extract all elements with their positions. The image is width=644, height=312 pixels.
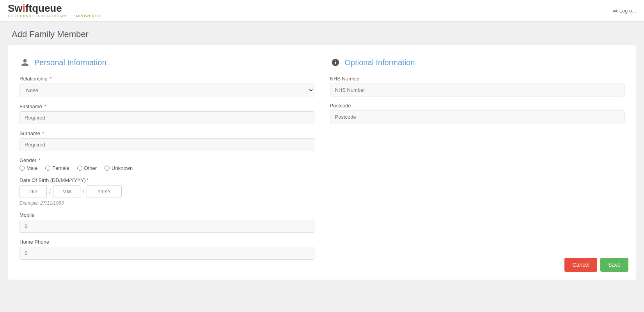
firstname-input[interactable]	[20, 111, 314, 124]
nhs-group: NHS Number	[330, 76, 625, 96]
home-phone-group: Home Phone	[20, 239, 314, 260]
logout-link[interactable]: ⇒ Log o...	[613, 7, 636, 14]
home-phone-label: Home Phone	[20, 239, 314, 245]
dob-sep-1: /	[48, 189, 51, 195]
home-phone-input[interactable]	[20, 247, 314, 260]
surname-group: Surname *	[20, 130, 314, 151]
mobile-group: Mobile	[20, 212, 314, 233]
postcode-group: Postcode	[330, 103, 625, 123]
gender-other-radio[interactable]	[77, 166, 82, 171]
dob-yyyy-input[interactable]	[87, 185, 122, 198]
app-header: Swiftqueue CO-ORDINATED HEALTHCARE... EM…	[0, 0, 644, 21]
mobile-label: Mobile	[20, 212, 314, 218]
gender-female-text: Female	[52, 165, 69, 171]
dob-example: Example: 27/11/1963	[20, 200, 314, 206]
logo-ft: ft	[25, 2, 32, 14]
gender-male-radio[interactable]	[20, 166, 25, 171]
person-icon	[20, 57, 30, 68]
nhs-input[interactable]	[330, 84, 625, 96]
main-content: Personal Information Relationship * None…	[8, 45, 636, 280]
personal-info-header: Personal Information	[20, 57, 314, 68]
dob-required: *	[87, 177, 89, 183]
page-title-area: Add Family Member	[0, 21, 644, 45]
gender-group: Gender * Male Female Other	[20, 157, 314, 171]
dob-group: Date Of Birth (DD/MM/YYYY)* / / Example:…	[20, 177, 314, 206]
save-button[interactable]: Save	[600, 258, 628, 272]
surname-required: *	[41, 130, 44, 136]
logo-tagline: CO-ORDINATED HEALTHCARE... EMPOWERED	[8, 14, 100, 18]
surname-input[interactable]	[20, 138, 314, 151]
logout-icon: ⇒	[613, 7, 618, 14]
relationship-label: Relationship *	[20, 76, 314, 82]
logo-queue: queue	[32, 2, 62, 14]
cancel-button[interactable]: Cancel	[564, 258, 597, 272]
form-columns: Personal Information Relationship * None…	[20, 57, 624, 266]
optional-info-section: Optional Information NHS Number Postcode	[330, 57, 625, 266]
logo-sw: Sw	[8, 2, 23, 14]
firstname-group: Firstname *	[20, 103, 314, 124]
dob-label: Date Of Birth (DD/MM/YYYY)*	[20, 177, 314, 183]
gender-radio-group: Male Female Other Unknown	[20, 165, 314, 171]
gender-other-text: Other	[84, 165, 97, 171]
dob-sep-2: /	[82, 189, 85, 195]
gender-unknown-text: Unknown	[112, 165, 133, 171]
gender-other-label[interactable]: Other	[77, 165, 97, 171]
firstname-required: *	[43, 103, 46, 109]
info-icon	[330, 57, 341, 68]
gender-male-text: Male	[27, 165, 37, 171]
gender-unknown-label[interactable]: Unknown	[105, 165, 133, 171]
postcode-label: Postcode	[330, 103, 625, 109]
personal-info-title: Personal Information	[34, 58, 106, 67]
optional-info-header: Optional Information	[330, 57, 625, 68]
relationship-select[interactable]: None Spouse Child Parent Sibling Other	[20, 84, 314, 97]
gender-female-radio[interactable]	[45, 166, 50, 171]
logo-text: Swiftqueue	[8, 3, 100, 13]
relationship-required: *	[48, 76, 52, 82]
surname-label: Surname *	[20, 130, 314, 136]
personal-info-section: Personal Information Relationship * None…	[20, 57, 314, 266]
gender-required: *	[37, 157, 41, 163]
logout-label: Log o...	[619, 8, 636, 14]
gender-unknown-radio[interactable]	[105, 166, 110, 171]
logo: Swiftqueue CO-ORDINATED HEALTHCARE... EM…	[8, 3, 100, 18]
firstname-label: Firstname *	[20, 103, 314, 109]
footer-buttons: Cancel Save	[564, 258, 628, 272]
optional-info-title: Optional Information	[345, 58, 415, 67]
gender-female-label[interactable]: Female	[45, 165, 69, 171]
gender-male-label[interactable]: Male	[20, 165, 37, 171]
mobile-input[interactable]	[20, 220, 314, 233]
relationship-group: Relationship * None Spouse Child Parent …	[20, 76, 314, 97]
gender-label: Gender *	[20, 157, 314, 163]
dob-dd-input[interactable]	[20, 185, 47, 198]
page-title: Add Family Member	[12, 29, 632, 39]
nhs-label: NHS Number	[330, 76, 625, 82]
dob-inputs: / /	[20, 185, 314, 198]
dob-mm-input[interactable]	[53, 185, 80, 198]
postcode-input[interactable]	[330, 111, 625, 123]
logo-i: i	[23, 2, 25, 14]
